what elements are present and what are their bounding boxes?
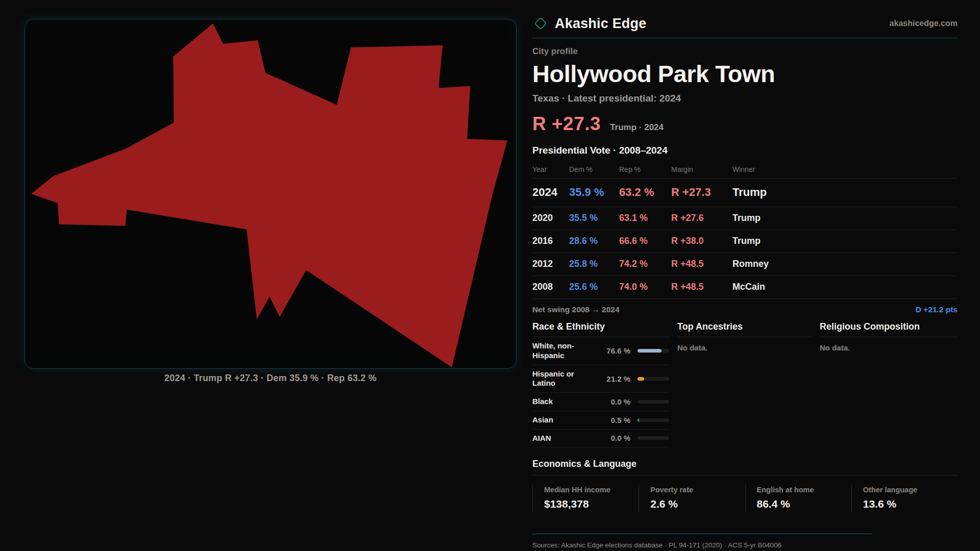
year-cell: 2016 (532, 236, 569, 246)
site-link[interactable]: akashicedge.com (890, 19, 958, 28)
religion-empty-state: No data. (820, 343, 958, 352)
top-ancestries-section: Top Ancestries No data. (677, 321, 812, 447)
ancestries-section-title: Top Ancestries (677, 321, 812, 337)
race-value: 0.0 % (604, 397, 630, 406)
religious-composition-section: Religious Composition No data. (820, 321, 958, 447)
year-cell: 2024 (532, 186, 569, 199)
dem-cell: 25.6 % (569, 282, 619, 292)
city-profile-panel: Akashic Edge akashicedge.com City profil… (532, 15, 958, 551)
city-map-frame (24, 19, 517, 369)
economics-cards: Median HH income $138,378 Poverty rate 2… (532, 485, 958, 512)
race-bar-track (638, 436, 669, 440)
race-row-asian: Asian 0.5 % (532, 411, 669, 430)
stat-label: English at home (757, 486, 846, 494)
stat-value: 2.6 % (650, 498, 740, 510)
city-boundary-map (25, 19, 516, 368)
net-swing-row: Net swing 2008 → 2024 D +21.2 pts (532, 299, 958, 319)
column-header-year: Year (532, 165, 569, 173)
vote-table-title: Presidential Vote · 2008–2024 (532, 145, 958, 156)
margin-cell: R +27.3 (671, 186, 732, 199)
net-swing-label: Net swing 2008 → 2024 (532, 305, 620, 314)
headline-margin-value: R +27.3 (532, 113, 601, 135)
vote-row-2016: 2016 28.6 % 66.6 % R +38.0 Trump (532, 230, 958, 253)
margin-cell: R +48.5 (671, 259, 732, 269)
race-label: Hispanic or Latino (532, 369, 593, 389)
header: Akashic Edge akashicedge.com (532, 15, 958, 32)
winner-cell: Trump (732, 236, 958, 246)
map-caption: 2024 · Trump R +27.3 · Dem 35.9 % · Rep … (24, 373, 517, 384)
economics-section-title: Economics & Language (532, 459, 958, 475)
stat-card-english-at-home: English at home 86.4 % (745, 485, 851, 512)
vote-row-2024: 2024 35.9 % 63.2 % R +27.3 Trump (532, 179, 958, 207)
rep-cell: 74.0 % (619, 282, 671, 292)
header-divider (532, 38, 958, 38)
race-ethnicity-section: Race & Ethnicity White, non-Hispanic 76.… (532, 321, 669, 447)
race-value: 21.2 % (604, 374, 630, 383)
rep-cell: 74.2 % (619, 259, 671, 269)
margin-cell: R +38.0 (671, 236, 732, 246)
page-kicker: City profile (532, 46, 958, 57)
stat-value: $138,378 (544, 498, 633, 510)
winner-cell: McCain (732, 282, 958, 292)
religion-section-title: Religious Composition (820, 321, 958, 337)
margin-cell: R +48.5 (671, 282, 732, 292)
column-header-rep: Rep % (619, 165, 671, 173)
stat-card-other-language: Other language 13.6 % (851, 485, 958, 512)
page-title: Hollywood Park Town (532, 60, 958, 88)
race-bar-fill (638, 418, 639, 422)
race-label: White, non-Hispanic (532, 341, 593, 361)
year-cell: 2020 (532, 213, 569, 223)
net-swing-value: D +21.2 pts (916, 305, 958, 314)
vote-row-2020: 2020 35.5 % 63.1 % R +27.6 Trump (532, 207, 958, 230)
city-boundary-polygon (31, 23, 507, 367)
winner-cell: Romney (732, 259, 958, 269)
race-bar-track (638, 418, 669, 422)
race-row-aian: AIAN 0.0 % (532, 430, 669, 448)
race-bar-fill (638, 377, 644, 381)
presidential-vote-table: Year Dem % Rep % Margin Winner 2024 35.9… (532, 161, 958, 299)
column-header-dem: Dem % (569, 165, 619, 173)
year-cell: 2008 (532, 282, 569, 292)
stat-card-median-income: Median HH income $138,378 (532, 485, 639, 512)
brand: Akashic Edge (532, 15, 646, 32)
vote-row-2012: 2012 25.8 % 74.2 % R +48.5 Romney (532, 253, 958, 276)
stat-value: 13.6 % (863, 498, 952, 510)
column-header-margin: Margin (671, 165, 732, 173)
race-bar-track (638, 377, 669, 381)
stat-label: Poverty rate (650, 486, 740, 494)
headline-margin-row: R +27.3 Trump · 2024 (532, 113, 958, 135)
race-bar-track (638, 349, 669, 353)
race-label: Black (532, 397, 593, 407)
dem-cell: 35.9 % (569, 186, 619, 199)
stat-value: 86.4 % (757, 498, 846, 510)
brand-name: Akashic Edge (555, 16, 646, 32)
margin-cell: R +27.6 (671, 213, 732, 223)
race-label: AIAN (532, 434, 593, 443)
stat-card-poverty-rate: Poverty rate 2.6 % (639, 485, 745, 512)
vote-row-2008: 2008 25.6 % 74.0 % R +48.5 McCain (532, 276, 958, 299)
race-value: 76.6 % (604, 346, 630, 355)
race-value: 0.5 % (604, 416, 630, 424)
rep-cell: 63.2 % (619, 186, 671, 199)
race-row-black: Black 0.0 % (532, 393, 669, 411)
race-row-white: White, non-Hispanic 76.6 % (532, 337, 669, 365)
vote-table-header: Year Dem % Rep % Margin Winner (532, 161, 958, 179)
winner-cell: Trump (732, 186, 958, 199)
page-subtitle: Texas · Latest presidential: 2024 (532, 93, 958, 104)
race-row-hispanic: Hispanic or Latino 21.2 % (532, 365, 669, 393)
race-bar-fill (638, 349, 662, 353)
ancestries-empty-state: No data. (677, 343, 812, 352)
demographics-columns: Race & Ethnicity White, non-Hispanic 76.… (532, 321, 958, 447)
footer-sources: Sources: Akashic Edge elections database… (532, 541, 958, 549)
column-header-winner: Winner (732, 165, 958, 173)
rep-cell: 63.1 % (619, 213, 671, 223)
stat-label: Other language (863, 486, 952, 494)
race-value: 0.0 % (604, 434, 630, 442)
dem-cell: 35.5 % (569, 213, 619, 223)
race-section-title: Race & Ethnicity (532, 321, 669, 337)
stat-label: Median HH income (544, 486, 633, 494)
dem-cell: 25.8 % (569, 259, 619, 269)
year-cell: 2012 (532, 259, 569, 269)
footer: Sources: Akashic Edge elections database… (532, 534, 958, 551)
race-label: Asian (532, 415, 593, 425)
